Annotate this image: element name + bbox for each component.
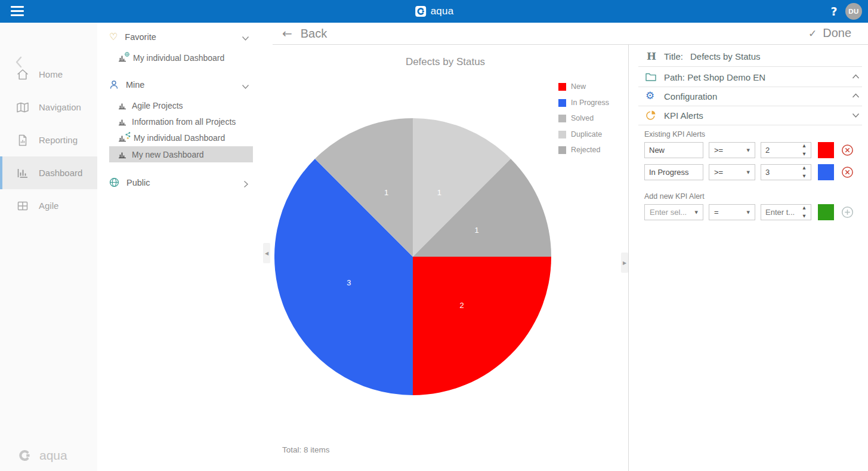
done-button[interactable]: ✓ Done — [808, 26, 851, 40]
tree-item-information-from-all-projects[interactable]: Information from all Projects — [118, 113, 236, 130]
tree-item-label: My new Dashboard — [132, 150, 204, 159]
back-button[interactable]: ← Back — [282, 26, 327, 41]
chevron-right-icon[interactable] — [243, 180, 249, 188]
tree-item-label: Information from all Projects — [132, 117, 236, 127]
topbar: aqua ? DU — [0, 0, 868, 23]
header-divider — [273, 44, 868, 45]
sidebar-item-reporting[interactable]: Reporting — [0, 124, 97, 156]
help-icon[interactable]: ? — [827, 3, 841, 20]
chart-total-label: Total: 8 items — [282, 445, 330, 454]
grid-icon — [16, 199, 30, 213]
aqua-logo-gray-icon — [17, 447, 33, 464]
kpi-pie-icon — [645, 110, 656, 121]
alert-operator-select[interactable]: >= ▼ — [709, 164, 755, 180]
legend-item-new[interactable]: New — [558, 83, 609, 91]
panel-row-divider — [638, 125, 862, 125]
pie-slice-value-label: 1 — [475, 226, 479, 235]
panel-row-divider — [638, 87, 862, 87]
chevron-down-icon[interactable] — [242, 36, 249, 41]
menu-icon[interactable] — [11, 6, 25, 17]
alert-operator-select[interactable]: >= ▼ — [709, 142, 755, 158]
carousel-right-arrow[interactable]: ▶ — [621, 253, 628, 273]
delete-alert-icon[interactable] — [841, 166, 854, 178]
pie-slice-value-label: 1 — [437, 188, 441, 197]
configuration-row-label: Configuration — [664, 91, 717, 101]
legend-item-solved[interactable]: Solved — [558, 115, 609, 122]
sidebar-item-home[interactable]: Home — [0, 58, 97, 91]
delete-alert-icon[interactable] — [841, 144, 854, 156]
tree-section-public[interactable]: Public — [109, 177, 150, 187]
tree-item-label: Agile Projects — [132, 101, 183, 110]
stepper-arrows[interactable]: ▲▼ — [801, 206, 808, 218]
caret-down-icon: ▼ — [695, 210, 698, 215]
chevron-up-icon[interactable] — [852, 74, 860, 79]
chevron-down-icon[interactable] — [852, 113, 860, 118]
legend-label: Solved — [571, 115, 594, 122]
dashboard-icon — [16, 166, 30, 180]
chevron-up-icon[interactable] — [852, 93, 860, 98]
legend-item-in-progress[interactable]: In Progress — [558, 99, 609, 107]
dashboard-mini-icon — [118, 118, 127, 126]
sidebar: Home Navigation Reporting Dashboard — [0, 23, 97, 471]
alert-field-input[interactable] — [644, 164, 703, 180]
legend-label: New — [571, 83, 586, 91]
panel-row-divider — [638, 106, 862, 106]
alert-field-input[interactable] — [644, 142, 703, 158]
stepper-arrows[interactable]: ▲▼ — [801, 144, 808, 156]
add-operator-value: = — [714, 208, 719, 217]
add-field-select[interactable]: Enter sel... ▼ — [644, 204, 703, 220]
tree-item-mine-my-individual-dashboard[interactable]: My individual Dashboard — [118, 130, 225, 146]
stepper-arrows[interactable]: ▲▼ — [801, 166, 808, 178]
carousel-left-arrow[interactable]: ◀ — [263, 243, 270, 263]
kpi-alerts-row-label: KPI Alerts — [664, 110, 703, 121]
legend-item-rejected[interactable]: Rejected — [558, 146, 609, 154]
chevron-down-icon[interactable] — [242, 84, 249, 90]
avatar[interactable]: DU — [845, 3, 862, 20]
brand-name: aqua — [431, 5, 454, 17]
sidebar-item-navigation[interactable]: Navigation — [0, 91, 97, 124]
legend-swatch — [558, 83, 566, 91]
alert-operator-value: >= — [714, 146, 723, 155]
legend-item-duplicate[interactable]: Duplicate — [558, 131, 609, 138]
tree-item-agile-projects[interactable]: Agile Projects — [118, 97, 183, 113]
tree-item-my-new-dashboard[interactable]: My new Dashboard — [109, 146, 253, 162]
alert-color-swatch[interactable] — [818, 164, 834, 180]
pie-slice-value-label: 1 — [384, 188, 388, 197]
sidebar-item-label: Navigation — [39, 102, 81, 112]
pie-chart: 23111 — [274, 118, 551, 395]
add-field-placeholder: Enter sel... — [650, 208, 687, 217]
heart-icon: ♡ — [109, 32, 118, 42]
sidebar-item-dashboard[interactable]: Dashboard — [0, 156, 97, 189]
sidebar-item-agile[interactable]: Agile — [0, 189, 97, 222]
panel-row-divider — [638, 66, 862, 67]
tree-section-favorite[interactable]: ♡ Favorite — [109, 32, 156, 42]
alert-threshold-stepper[interactable]: ▲▼ — [761, 142, 811, 158]
legend-swatch — [558, 115, 566, 122]
alert-threshold-stepper[interactable]: ▲▼ — [761, 164, 811, 180]
alert-color-swatch[interactable] — [818, 142, 834, 158]
share-badge-icon — [125, 132, 131, 139]
tree-section-mine[interactable]: Mine — [109, 80, 144, 90]
tree-item-label: My individual Dashboard — [133, 53, 224, 63]
tree-item-favorite-my-individual-dashboard[interactable]: My individual Dashboard — [118, 50, 224, 66]
add-alert-icon[interactable] — [841, 206, 854, 218]
add-color-swatch[interactable] — [818, 204, 834, 220]
gear-icon: ⚙ — [645, 90, 654, 101]
sidebar-footer-logo: aqua — [17, 447, 67, 464]
tree-section-label: Public — [126, 178, 150, 187]
back-arrow-icon: ← — [282, 26, 292, 41]
dashboard-mini-icon — [118, 150, 127, 159]
pie-slice-value-label: 2 — [459, 301, 464, 310]
add-kpi-alert-label: Add new KPI Alert — [644, 192, 705, 201]
report-icon — [16, 133, 30, 147]
sidebar-item-label: Agile — [39, 201, 58, 211]
path-row-label: Path: Pet Shop Demo EN — [664, 72, 765, 82]
dashboard-mini-icon — [118, 53, 128, 62]
add-operator-select[interactable]: = ▼ — [709, 204, 755, 220]
add-threshold-stepper[interactable]: ▲▼ — [761, 204, 811, 220]
dashboard-mini-icon — [118, 101, 127, 110]
heading-icon: H — [647, 50, 656, 62]
caret-down-icon: ▼ — [747, 148, 750, 153]
pie-slice-new[interactable] — [413, 257, 551, 395]
legend-swatch — [558, 99, 566, 107]
